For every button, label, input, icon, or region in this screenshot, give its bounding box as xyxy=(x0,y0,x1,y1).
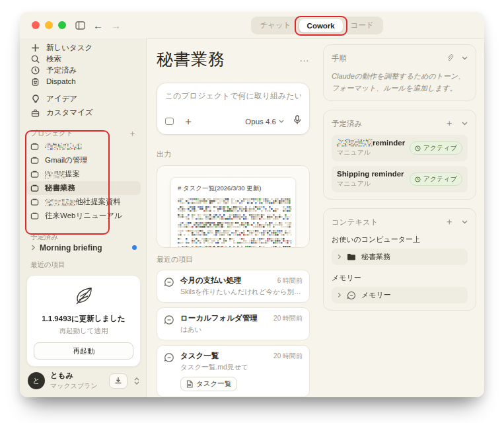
output-document-title: # タスク一覧(2026/3/30 更新) xyxy=(178,184,289,193)
box-icon xyxy=(30,184,39,193)
sidebar: 新しいタスク 検索 予定済み xyxy=(20,38,147,397)
tab-cowork[interactable]: Cowork xyxy=(299,19,343,32)
attach-plus-icon[interactable]: ＋ xyxy=(183,116,194,127)
model-selector[interactable]: Opus 4.6 xyxy=(245,118,284,126)
sidebar-project-item[interactable]: 他社提案資料 xyxy=(26,195,141,209)
sidebar-item-morning-briefing[interactable]: Morning briefing xyxy=(26,242,141,254)
chevron-down-icon[interactable] xyxy=(462,122,468,126)
add-schedule-button[interactable]: ＋ xyxy=(445,118,454,130)
recent-item-time: 6 時間前 xyxy=(277,276,303,286)
recent-header-label: 最近の項目 xyxy=(30,260,65,270)
context-header: コンテキスト xyxy=(332,217,378,227)
user-footer[interactable]: と ともみ マックスプラン xyxy=(26,367,141,392)
context-card: コンテキスト ＋ お使いのコンピューター上 秘 xyxy=(323,208,476,311)
paperclip-icon[interactable] xyxy=(447,54,454,63)
update-subtitle: 再起動して適用 xyxy=(34,327,133,336)
sidebar-item-dispatch[interactable]: Dispatch xyxy=(26,76,141,87)
recent-item-card[interactable]: 今月の支払い処理 6 時間前 Skilsを作りたいんだけれど今から別件なのでま.… xyxy=(157,270,310,303)
attachment-label: タスク一覧 xyxy=(196,379,231,389)
briefcase-icon xyxy=(30,109,40,117)
box-icon xyxy=(30,212,39,221)
projects-header-label: プロジェクト xyxy=(30,129,73,138)
context-memory-row[interactable]: メモリー xyxy=(332,287,468,303)
project-label: 提案 xyxy=(45,169,80,179)
mic-icon[interactable] xyxy=(293,115,301,128)
tab-cowork-label: Cowork xyxy=(307,22,335,30)
tab-code[interactable]: コード xyxy=(343,18,382,33)
screenshot-frame-icon[interactable] xyxy=(165,118,174,125)
recent-section-header: 最近の項目 xyxy=(26,260,141,270)
output-document-preview[interactable]: # タスク一覧(2026/3/30 更新) xyxy=(170,177,296,248)
avatar: と xyxy=(28,372,45,389)
sidebar-toggle-icon[interactable] xyxy=(75,21,85,30)
search-icon xyxy=(30,55,40,63)
tab-chat[interactable]: チャット xyxy=(252,18,299,33)
zoom-window-button[interactable] xyxy=(58,21,66,29)
clock-icon xyxy=(415,176,421,182)
context-computer-label: お使いのコンピューター上 xyxy=(332,235,468,245)
recent-item-card[interactable]: ローカルフォルダ管理 20 時間前 はあい xyxy=(157,307,310,340)
forward-button[interactable]: → xyxy=(111,20,121,30)
chat-bubble-minus-icon xyxy=(164,315,174,334)
box-icon xyxy=(30,198,39,207)
chat-bubble-minus-icon xyxy=(164,277,174,297)
instructions-card: 手順 Claudeの動作を調整するためのトーン、フォーマット、ルールを追加します… xyxy=(323,44,476,101)
account-switcher-chevrons[interactable] xyxy=(134,377,139,385)
sidebar-item-label: カスタマイズ xyxy=(46,108,93,118)
morning-briefing-label: Morning briefing xyxy=(40,243,102,252)
back-button[interactable]: ← xyxy=(93,20,103,30)
update-card: 1.1.9493に更新しました 再起動して適用 再起動 xyxy=(26,275,141,367)
app-window: ← → チャット Cowork コード 新しいタスク xyxy=(20,12,484,397)
redacted-document-content xyxy=(178,198,291,248)
scheduled-item-type: マニュアル xyxy=(337,148,405,157)
chat-bubble-minus-icon xyxy=(347,291,356,300)
context-memory-item-label: メモリー xyxy=(361,290,391,300)
chevron-down-icon xyxy=(279,120,284,123)
sidebar-item-new-task[interactable]: 新しいタスク xyxy=(26,42,141,54)
sidebar-project-item[interactable] xyxy=(26,139,141,153)
chevron-down-icon[interactable] xyxy=(462,56,468,60)
file-icon xyxy=(186,380,193,388)
recent-item-title: 今月の支払い処理 xyxy=(180,276,242,286)
add-context-button[interactable]: ＋ xyxy=(445,216,454,228)
composer-card[interactable]: ＋ Opus 4.6 xyxy=(157,83,310,135)
sidebar-item-ideas[interactable]: アイデア xyxy=(26,92,141,106)
project-label: 秘書業務 xyxy=(45,183,75,193)
recent-item-card[interactable]: タスク一覧 20 時間前 タスク一覧.md見せて タスク一覧 xyxy=(157,345,310,397)
output-card[interactable]: # タスク一覧(2026/3/30 更新) xyxy=(157,165,310,248)
clock-icon xyxy=(415,145,421,151)
recent-item-title: タスク一覧 xyxy=(180,351,219,361)
add-project-button[interactable]: ＋ xyxy=(128,128,137,139)
instructions-description: Claudeの動作を調整するためのトーン、フォーマット、ルールを追加します。 xyxy=(332,70,468,94)
sidebar-item-search[interactable]: 検索 xyxy=(26,54,141,65)
scheduled-item-row[interactable]: reminder マニュアル アクティブ xyxy=(332,135,468,161)
more-options-button[interactable]: … xyxy=(299,52,310,63)
sidebar-item-label: 予定済み xyxy=(46,65,77,75)
user-name: ともみ xyxy=(50,371,98,381)
context-folder-row[interactable]: 秘書業務 xyxy=(332,249,468,265)
sidebar-project-item[interactable]: 往来Webリニューアル xyxy=(26,209,141,223)
attachment-chip[interactable]: タスク一覧 xyxy=(180,377,237,391)
recent-item-time: 20 時間前 xyxy=(273,352,303,361)
download-button[interactable] xyxy=(109,373,127,389)
sidebar-project-item[interactable]: 提案 xyxy=(26,167,141,181)
close-window-button[interactable] xyxy=(32,21,40,29)
chevron-down-icon[interactable] xyxy=(462,220,468,224)
restart-button[interactable]: 再起動 xyxy=(34,342,133,360)
sidebar-item-scheduled[interactable]: 予定済み xyxy=(26,65,141,76)
sidebar-item-label: 新しいタスク xyxy=(46,43,92,53)
page-title: 秘書業務 xyxy=(157,48,225,70)
box-icon xyxy=(30,142,39,151)
context-folder-label: 秘書業務 xyxy=(361,252,390,262)
minimize-window-button[interactable] xyxy=(45,21,53,29)
recent-item-subtitle: はあい xyxy=(180,325,303,334)
user-plan: マックスプラン xyxy=(50,381,98,391)
sidebar-project-item-selected[interactable]: 秘書業務 xyxy=(26,181,141,195)
sidebar-item-label: Dispatch xyxy=(46,77,76,85)
composer-input[interactable] xyxy=(165,91,301,100)
chevron-right-icon xyxy=(337,254,342,260)
sidebar-item-customize[interactable]: カスタマイズ xyxy=(26,106,141,120)
sidebar-project-item[interactable]: Gmailの管理 xyxy=(26,153,141,167)
scheduled-item-row[interactable]: Shipping reminder マニュアル アクティブ xyxy=(332,166,468,192)
dispatch-icon xyxy=(30,77,40,86)
